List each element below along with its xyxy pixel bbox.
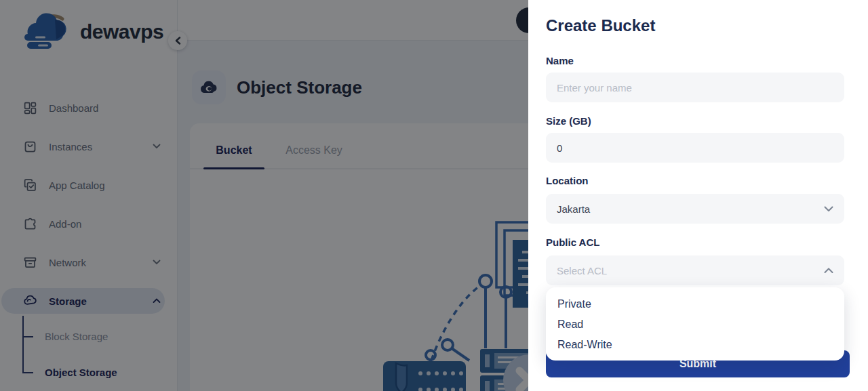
acl-option-read[interactable]: Read	[546, 314, 844, 335]
public-acl-label: Public ACL	[546, 236, 599, 248]
create-bucket-drawer: Create Bucket Name Size (GB) Location Ja…	[528, 0, 868, 391]
acl-option-read-write[interactable]: Read-Write	[546, 335, 844, 355]
acl-placeholder: Select ACL	[557, 265, 607, 276]
location-label: Location	[546, 175, 589, 186]
drawer-title: Create Bucket	[546, 16, 655, 35]
size-label: Size (GB)	[546, 115, 591, 127]
chevron-up-icon	[824, 268, 833, 274]
name-label: Name	[546, 55, 574, 66]
acl-dropdown: Private Read Read-Write	[546, 287, 844, 361]
location-value: Jakarta	[557, 203, 590, 215]
acl-select[interactable]: Select ACL	[546, 255, 844, 285]
chevron-down-icon	[824, 206, 833, 212]
acl-option-private[interactable]: Private	[546, 294, 844, 314]
location-select[interactable]: Jakarta	[546, 194, 844, 224]
size-input[interactable]	[546, 133, 844, 163]
name-input[interactable]	[546, 73, 844, 102]
